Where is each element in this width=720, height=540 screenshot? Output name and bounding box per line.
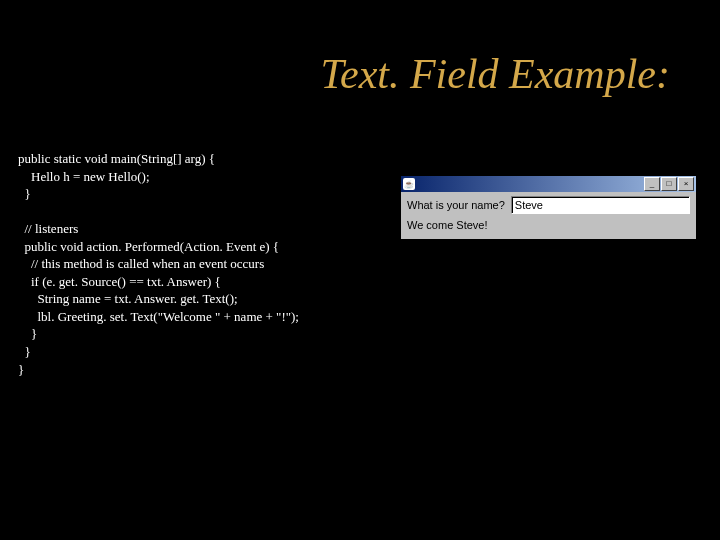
titlebar: ☕ _ □ × [401, 176, 696, 192]
close-button[interactable]: × [678, 177, 694, 191]
maximize-button[interactable]: □ [661, 177, 677, 191]
prompt-row: What is your name? Steve [407, 196, 690, 214]
name-input[interactable]: Steve [511, 196, 690, 214]
prompt-label: What is your name? [407, 199, 505, 211]
greeting-label: We come Steve! [407, 217, 690, 235]
minimize-button[interactable]: _ [644, 177, 660, 191]
client-area: What is your name? Steve We come Steve! [401, 192, 696, 239]
slide-title: Text. Field Example: [320, 50, 670, 98]
code-block: public static void main(String[] arg) { … [18, 150, 299, 378]
applet-window: ☕ _ □ × What is your name? Steve We come… [400, 175, 697, 240]
titlebar-left: ☕ [403, 178, 418, 190]
java-icon: ☕ [403, 178, 415, 190]
window-buttons: _ □ × [644, 177, 694, 191]
name-input-value: Steve [515, 199, 543, 211]
